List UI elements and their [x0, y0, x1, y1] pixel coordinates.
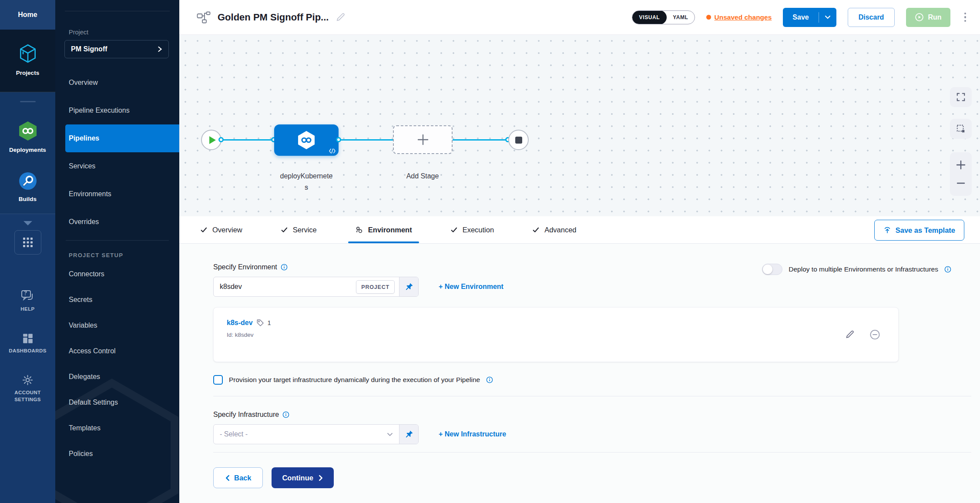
tab-execution[interactable]: Execution	[450, 216, 494, 243]
rail-item-account-settings[interactable]: ACCOUNT SETTINGS	[8, 374, 48, 403]
sidebar-item-connectors[interactable]: Connectors	[55, 261, 179, 287]
pipeline-canvas[interactable]: deployKubernetes Add Stage	[179, 35, 980, 216]
sidebar-item-delegates[interactable]: Delegates	[55, 364, 179, 389]
pin-environment-button[interactable]	[399, 277, 418, 296]
sidebar-item-pipelines[interactable]: Pipelines	[65, 124, 179, 152]
sidebar-item-access-control[interactable]: Access Control	[55, 338, 179, 364]
zoom-in-button[interactable]	[950, 160, 972, 170]
rail-middle-section: Deployments Builds	[0, 92, 55, 214]
module-rail: Home Projects Deployments	[0, 0, 55, 503]
apps-grid-icon	[23, 237, 33, 248]
pipeline-graph-icon	[197, 11, 211, 23]
tab-overview[interactable]: Overview	[200, 216, 242, 243]
provision-checkbox-row: Provision your target infrastructure dyn…	[213, 375, 951, 385]
unsaved-changes-link[interactable]: Unsaved changes	[706, 13, 772, 21]
start-play-icon	[209, 136, 216, 144]
tab-overview-label: Overview	[212, 226, 242, 234]
continue-button[interactable]: Continue	[272, 467, 334, 488]
rail-item-help[interactable]: HELP	[8, 289, 48, 313]
remove-minus-circle-icon[interactable]	[869, 329, 881, 341]
connector-dot	[218, 137, 224, 142]
edit-title-pencil-icon[interactable]	[336, 13, 345, 22]
rail-item-builds[interactable]: Builds	[0, 164, 55, 214]
save-as-template-button[interactable]: Save as Template	[874, 220, 964, 241]
back-button[interactable]: Back	[213, 467, 263, 488]
discard-button[interactable]: Discard	[848, 8, 895, 27]
sidebar-divider	[65, 11, 170, 11]
info-icon[interactable]	[281, 264, 288, 271]
zoom-out-button[interactable]	[950, 178, 972, 188]
new-infrastructure-link[interactable]: + New Infrastructure	[439, 430, 506, 438]
toggle-knob	[763, 265, 772, 274]
chevron-right-icon	[158, 46, 162, 52]
infrastructure-select-group: - Select -	[213, 424, 419, 444]
sidebar-item-variables[interactable]: Variables	[55, 312, 179, 338]
chevron-right-icon	[319, 475, 323, 481]
stop-square-icon	[515, 137, 522, 144]
tag-icon	[256, 319, 264, 327]
visual-yaml-toggle[interactable]: VISUAL YAML	[632, 10, 695, 24]
mode-yaml[interactable]: YAML	[667, 10, 694, 24]
environment-card: k8s-dev 1 Id: k8sdev	[213, 307, 899, 362]
sidebar-nav-list: Overview Pipeline Executions Pipelines S…	[55, 69, 179, 236]
sidebar-item-pipeline-executions[interactable]: Pipeline Executions	[55, 97, 179, 124]
save-dropdown-chevron-icon[interactable]	[819, 15, 836, 19]
info-icon[interactable]	[282, 411, 289, 418]
rail-item-deployments[interactable]: Deployments	[0, 114, 55, 164]
sidebar-item-secrets[interactable]: Secrets	[55, 287, 179, 312]
rail-label-help: HELP	[8, 306, 48, 313]
run-button[interactable]: Run	[906, 8, 950, 27]
sidebar-item-services[interactable]: Services	[55, 152, 179, 180]
save-button[interactable]: Save	[783, 13, 818, 21]
provision-checkbox[interactable]	[213, 375, 223, 385]
upload-icon	[883, 226, 891, 234]
info-icon[interactable]	[486, 376, 493, 383]
sidebar-item-policies[interactable]: Policies	[55, 441, 179, 466]
project-selector[interactable]: PM Signoff	[64, 40, 169, 58]
tab-environment[interactable]: Environment	[355, 216, 412, 243]
rail-item-dashboards[interactable]: DASHBOARDS	[8, 333, 48, 355]
cd-hexagon-icon	[294, 128, 319, 152]
edit-pencil-icon[interactable]	[845, 330, 854, 339]
tab-advanced[interactable]: Advanced	[532, 216, 576, 243]
pin-infrastructure-button[interactable]	[399, 425, 418, 444]
check-icon	[532, 226, 540, 234]
main-content: Golden PM Signoff Pip... VISUAL YAML Uns…	[179, 0, 980, 503]
connector-dot	[336, 137, 341, 142]
sidebar-item-overrides[interactable]: Overrides	[55, 208, 179, 236]
fit-to-screen-button[interactable]	[950, 87, 972, 107]
check-icon	[281, 226, 288, 234]
environment-input-group: PROJECT	[213, 277, 419, 297]
tab-service[interactable]: Service	[281, 216, 317, 243]
tab-service-label: Service	[293, 226, 317, 234]
home-nav[interactable]: Home	[0, 0, 55, 30]
tab-execution-label: Execution	[463, 226, 494, 234]
check-icon	[450, 226, 458, 234]
new-environment-link[interactable]: + New Environment	[439, 283, 503, 291]
info-icon[interactable]	[944, 266, 951, 273]
environment-input-wrap: PROJECT	[214, 277, 399, 296]
unsaved-dot-icon	[706, 15, 711, 20]
environment-name-link[interactable]: k8s-dev	[227, 319, 253, 327]
sidebar-item-templates[interactable]: Templates	[55, 415, 179, 441]
module-switcher-button[interactable]	[14, 230, 41, 255]
rail-expand-chevron-icon[interactable]	[22, 218, 34, 230]
help-chat-icon	[21, 289, 35, 302]
sidebar-item-environments[interactable]: Environments	[55, 180, 179, 208]
stage-tabbar: Overview Service Environment Execution A…	[179, 216, 980, 244]
selection-mode-button[interactable]	[950, 119, 972, 139]
rail-item-projects[interactable]: Projects	[0, 30, 55, 92]
infrastructure-select[interactable]: - Select -	[214, 425, 399, 444]
mode-visual[interactable]: VISUAL	[632, 10, 667, 24]
pin-icon	[405, 430, 413, 439]
projects-cube-icon	[17, 43, 39, 64]
header-actions: VISUAL YAML Unsaved changes Save Discard	[632, 8, 969, 27]
rail-collapse-handle[interactable]	[20, 101, 36, 102]
deploy-multiple-toggle[interactable]	[762, 264, 782, 275]
stage-node-deploy-kubernetes[interactable]	[274, 124, 339, 156]
kebab-menu-icon[interactable]	[962, 10, 969, 25]
sidebar-item-default-settings[interactable]: Default Settings	[55, 389, 179, 415]
sidebar-item-overview[interactable]: Overview	[55, 69, 179, 97]
add-stage-button[interactable]	[393, 125, 453, 154]
save-split-button[interactable]: Save	[783, 8, 836, 27]
